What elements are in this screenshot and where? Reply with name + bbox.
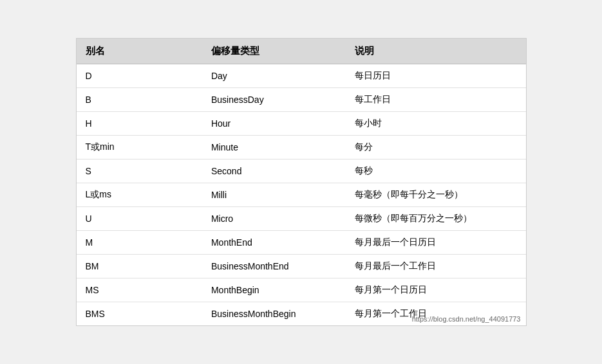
cell-description: 每秒 [346,159,525,183]
cell-alias: U [77,207,202,231]
watermark: https://blog.csdn.net/ng_44091773 [412,315,521,323]
cell-description: 每毫秒（即每千分之一秒） [346,183,525,207]
cell-description: 每月第一个日历日 [346,278,525,302]
table-row: BMBusinessMonthEnd每月最后一个工作日 [77,255,526,278]
cell-description: 每月最后一个工作日 [346,255,525,278]
header-type: 偏移量类型 [202,39,346,64]
table-row: UMicro每微秒（即每百万分之一秒） [77,207,526,231]
cell-alias: BM [77,255,202,278]
header-description: 说明 [346,39,525,64]
header-alias: 别名 [77,39,202,64]
table-row: SSecond每秒 [77,159,526,183]
cell-alias: M [77,231,202,255]
cell-type: Second [202,159,346,183]
table-row: MMonthEnd每月最后一个日历日 [77,231,526,255]
cell-alias: S [77,159,202,183]
table-row: BBusinessDay每工作日 [77,88,526,112]
cell-type: MonthEnd [202,231,346,255]
cell-type: MonthBegin [202,278,346,302]
cell-alias: D [77,64,202,88]
cell-type: Milli [202,183,346,207]
cell-description: 每月最后一个日历日 [346,231,525,255]
cell-description: 每工作日 [346,88,525,112]
table-header-row: 别名 偏移量类型 说明 [77,39,526,64]
cell-alias: T或min [77,136,202,159]
cell-description: 每日历日 [346,64,525,88]
cell-type: Day [202,64,346,88]
table-row: HHour每小时 [77,112,526,136]
cell-type: BusinessMonthEnd [202,255,346,278]
cell-type: Hour [202,112,346,136]
data-table: 别名 偏移量类型 说明 DDay每日历日BBusinessDay每工作日HHou… [76,38,527,326]
cell-type: BusinessDay [202,88,346,112]
cell-alias: BMS [77,302,202,326]
cell-type: Micro [202,207,346,231]
cell-description: 每分 [346,136,525,159]
cell-type: Minute [202,136,346,159]
cell-alias: MS [77,278,202,302]
table-row: MSMonthBegin每月第一个日历日 [77,278,526,302]
cell-alias: L或ms [77,183,202,207]
table-row: T或minMinute每分 [77,136,526,159]
cell-description: 每微秒（即每百万分之一秒） [346,207,525,231]
cell-alias: H [77,112,202,136]
cell-alias: B [77,88,202,112]
table-row: DDay每日历日 [77,64,526,88]
cell-type: BusinessMonthBegin [202,302,346,326]
table-row: L或msMilli每毫秒（即每千分之一秒） [77,183,526,207]
cell-description: 每小时 [346,112,525,136]
